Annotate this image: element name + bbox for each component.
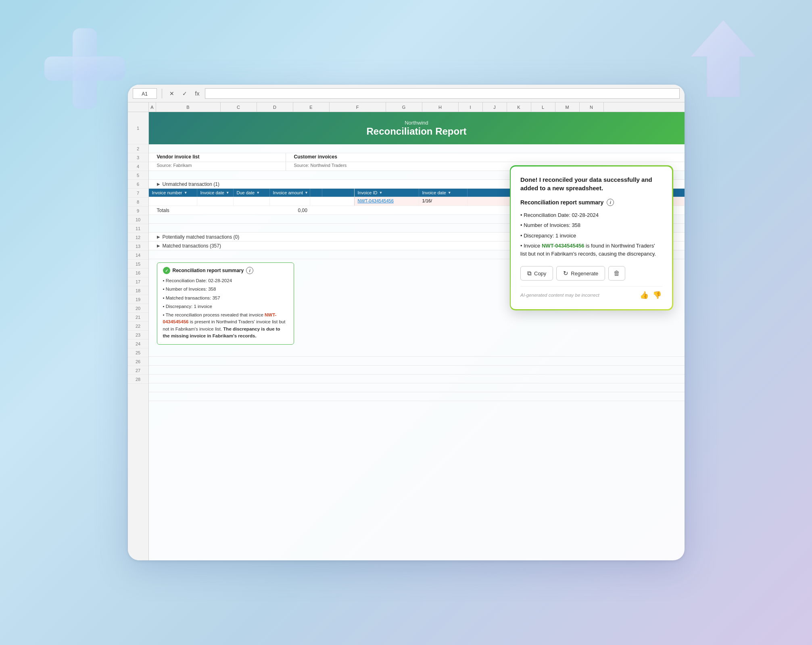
- row-6: 6: [128, 180, 148, 189]
- vendor-extra-cell: [310, 197, 322, 206]
- ai-info-icon[interactable]: i: [607, 199, 614, 206]
- copy-button[interactable]: ⧉ Copy: [520, 266, 553, 281]
- spacer-row-2: [149, 144, 685, 153]
- customer-invoice-id-cell[interactable]: NWT-0434545456: [355, 197, 419, 206]
- col-header-d[interactable]: D: [257, 102, 293, 112]
- vendor-invoice-date-cell: [197, 197, 234, 206]
- vendor-amount-cell: [270, 197, 310, 206]
- chevron-right-icon-2: ▶: [157, 235, 160, 239]
- filter-icon-invoice-id[interactable]: ▼: [379, 191, 382, 195]
- row-15: 15: [128, 260, 148, 268]
- customer-invoice-date-header[interactable]: Invoice date ▼: [419, 189, 468, 197]
- filter-icon-due-date[interactable]: ▼: [256, 191, 260, 195]
- col-header-g[interactable]: G: [386, 102, 422, 112]
- thumbs-down-button[interactable]: 👎: [652, 290, 662, 300]
- thumbs-up-button[interactable]: 👍: [639, 290, 649, 300]
- delete-icon: 🗑: [614, 270, 620, 277]
- plus-decoration: [40, 24, 129, 113]
- row-27: 27: [128, 366, 148, 375]
- ai-footer: AI-generated content may be incorrect 👍 …: [520, 286, 662, 300]
- svg-marker-2: [691, 20, 756, 97]
- col-header-l[interactable]: L: [531, 102, 555, 112]
- ai-feedback: 👍 👎: [639, 290, 662, 300]
- totals-label: Totals: [157, 208, 238, 213]
- row-12: 12: [128, 233, 148, 242]
- col-header-m[interactable]: M: [555, 102, 580, 112]
- row-28: 28: [128, 375, 148, 384]
- info-icon[interactable]: i: [246, 267, 253, 274]
- ai-item-3: • Discrepancy: 1 invoice: [520, 231, 662, 241]
- vendor-section-label: Vendor invoice list: [149, 153, 286, 162]
- cell-reference[interactable]: A1: [133, 88, 157, 99]
- row-10: 10: [128, 215, 148, 224]
- confirm-icon[interactable]: ✓: [180, 89, 190, 98]
- recon-item-3: Matched transactions: 357: [163, 294, 288, 302]
- vendor-invoice-num-cell: [149, 197, 197, 206]
- col-header-b[interactable]: B: [156, 102, 221, 112]
- vendor-source: Source: Fabrikam: [149, 162, 286, 171]
- row-3: 3: [128, 153, 148, 162]
- customer-invoice-date-cell: 1/16/: [419, 197, 468, 206]
- formula-bar[interactable]: [205, 88, 679, 99]
- ai-actions: ⧉ Copy ↻ Regenerate 🗑: [520, 266, 662, 281]
- ai-panel-wrapper: Done! I reconciled your data successfull…: [510, 165, 673, 310]
- filter-icon-invoice-date[interactable]: ▼: [226, 191, 230, 195]
- col-header-h[interactable]: H: [422, 102, 459, 112]
- filter-icon-amount[interactable]: ▼: [305, 191, 308, 195]
- customer-invoice-id-header[interactable]: Invoice ID ▼: [355, 189, 419, 197]
- toolbar-separator: [162, 89, 162, 98]
- row-21: 21: [128, 313, 148, 322]
- col-header-a[interactable]: A: [149, 102, 156, 112]
- col-header-j[interactable]: J: [483, 102, 507, 112]
- col-header-c[interactable]: C: [221, 102, 257, 112]
- vendor-invoice-date-header[interactable]: Invoice date ▼: [197, 189, 234, 197]
- col-header-f[interactable]: F: [330, 102, 386, 112]
- row-19: 19: [128, 295, 148, 304]
- report-subtitle: Northwind: [405, 120, 428, 126]
- filter-icon-customer-date[interactable]: ▼: [448, 191, 451, 195]
- col-header-k[interactable]: K: [507, 102, 531, 112]
- copy-icon: ⧉: [527, 270, 532, 277]
- regenerate-button[interactable]: ↻ Regenerate: [556, 266, 605, 281]
- row-23: 23: [128, 331, 148, 339]
- col-header-n[interactable]: N: [580, 102, 604, 112]
- row-24: 24: [128, 339, 148, 348]
- row-num-header: [128, 102, 149, 112]
- row-4: 4: [128, 162, 148, 171]
- row-1: 1: [128, 112, 148, 144]
- ai-panel: Done! I reconciled your data successfull…: [511, 166, 672, 310]
- regenerate-icon: ↻: [563, 270, 568, 277]
- main-frame: A1 ✕ ✓ fx A B C D E F G H I J K L M N 1 …: [128, 85, 685, 560]
- recon-summary-box: ✓ Reconciliation report summary i Reconc…: [157, 262, 294, 345]
- customer-section-label: Customer invoices: [286, 153, 685, 162]
- vendor-invoice-number-header[interactable]: Invoice number ▼: [149, 189, 197, 197]
- recon-summary-list: Reconciliation Date: 02-28-2024 Number o…: [163, 277, 288, 340]
- ai-item-1: • Reconciliation Date: 02-28-2024: [520, 210, 662, 221]
- col-header-e[interactable]: E: [293, 102, 330, 112]
- ai-item-4: • Invoice NWT-0434545456 is found in Nor…: [520, 241, 662, 259]
- cancel-icon[interactable]: ✕: [167, 89, 177, 98]
- row-11: 11: [128, 224, 148, 233]
- ai-summary-list: • Reconciliation Date: 02-28-2024 • Numb…: [520, 210, 662, 259]
- delete-button[interactable]: 🗑: [608, 266, 625, 281]
- chevron-right-icon: ▶: [157, 182, 160, 186]
- col-header-i[interactable]: I: [459, 102, 483, 112]
- row-9: 9: [128, 206, 148, 215]
- spacer-row-28: [149, 392, 685, 401]
- ai-summary-title: Reconciliation report summary i: [520, 199, 662, 206]
- row-2: 2: [128, 144, 148, 153]
- formula-icon[interactable]: fx: [193, 89, 202, 98]
- row-numbers: 1 2 3 4 5 6 7 8 9 10 11 12 13 14 15 16 1…: [128, 112, 149, 560]
- row-25: 25: [128, 348, 148, 357]
- vendor-due-date-header[interactable]: Due date ▼: [234, 189, 270, 197]
- row-16: 16: [128, 268, 148, 277]
- potentially-matched-label: Potentially matched transactions (0): [163, 234, 240, 240]
- vendor-invoice-amount-header[interactable]: Invoice amount ▼: [270, 189, 310, 197]
- filter-icon-invoice-num[interactable]: ▼: [184, 191, 188, 195]
- report-header: Northwind Reconciliation Report: [149, 112, 685, 144]
- ai-item-2: • Number of Invoices: 358: [520, 220, 662, 231]
- row-7: 7: [128, 189, 148, 198]
- row-26: 26: [128, 357, 148, 366]
- column-headers: A B C D E F G H I J K L M N: [128, 102, 685, 112]
- report-title: Reconciliation Report: [366, 126, 466, 137]
